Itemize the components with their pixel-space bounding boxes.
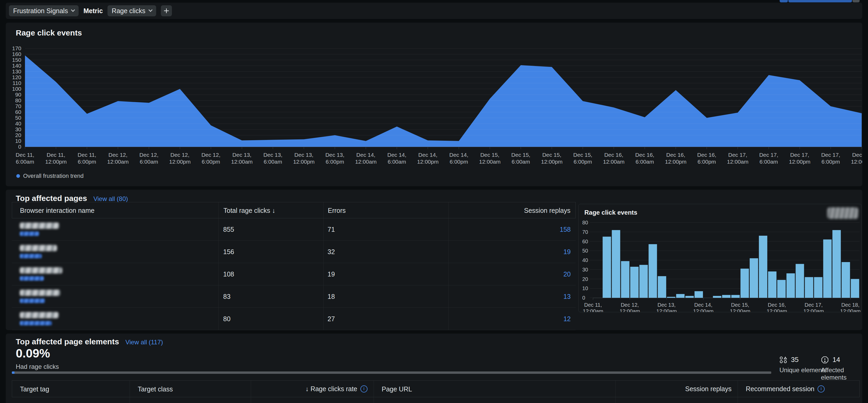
session-replays-link[interactable]: 158 [560,226,571,233]
chevron-down-icon [149,8,153,12]
area-series[interactable] [25,55,862,147]
table-row[interactable]: 85571158 [12,218,576,241]
bar[interactable] [796,264,804,298]
redacted-page-link[interactable] [20,321,52,325]
bar[interactable] [630,267,639,298]
x-axis-label: Dec 14,6:00am [387,152,406,165]
y-axis-label: 80 [15,97,21,104]
y-axis-label: 0 [582,295,585,301]
bar[interactable] [639,265,648,298]
table-row[interactable]: 1081920 [12,263,576,285]
bar[interactable] [750,258,758,298]
bar[interactable] [777,280,786,298]
session-replays-link[interactable]: 20 [563,270,571,278]
bar[interactable] [851,279,859,298]
bar[interactable] [676,294,684,298]
x-axis-label: Dec 16,6:00pm [697,152,716,165]
affected-elements-stat: 14 Affected elements [821,356,862,381]
bar[interactable] [768,271,777,298]
table-header-row: Browser interaction name Total rage clic… [12,202,576,218]
session-replays-link[interactable]: 13 [563,293,571,300]
x-axis-label: Dec 13,12:00am [656,302,677,312]
redacted-page-link[interactable] [20,231,39,236]
header-rage-clicks-rate[interactable]: ↓ Rage clicks rate i [249,381,368,397]
x-axis-label: Dec 11,6:00am [16,152,34,165]
y-axis-label: 60 [15,109,21,115]
header-rage-clicks-rate-label: ↓ Rage clicks rate [306,385,357,393]
header-total-rage-clicks[interactable]: Total rage clicks ↓ [223,207,275,214]
bar[interactable] [842,262,850,298]
chevron-down-icon [71,8,75,12]
bar[interactable] [814,277,823,298]
table-row[interactable] [12,397,860,403]
alert-octagon-icon [821,356,829,364]
cutoff-tab-blue-large [788,0,852,2]
x-axis-label: Dec 16,12:00pm [665,152,687,165]
y-axis-label: 120 [12,74,21,80]
bar[interactable] [833,230,841,298]
x-axis-label: Dec 15,6:00pm [573,152,592,165]
x-axis-label: Dec 14,6:00pm [449,152,468,165]
bar[interactable] [694,291,703,298]
section-title: Top affected page elements [16,337,119,346]
bar[interactable] [823,239,832,298]
header-session-replays[interactable]: Session replays [524,207,570,214]
bar[interactable] [713,296,721,298]
info-icon[interactable]: i [817,385,825,393]
redacted-page-link[interactable] [20,298,45,303]
bar-chart[interactable]: 01020304050607080Dec 11,12:00amDec 12,12… [579,204,862,312]
bar[interactable] [667,297,675,298]
view-all-pages-link[interactable]: View all (80) [93,195,128,203]
x-axis-label: Dec 18,12:00am [840,302,861,312]
x-axis-label: Dec 12,12:00am [107,152,129,165]
redacted-page-link[interactable] [20,254,42,258]
bar[interactable] [649,244,657,298]
area-chart[interactable]: 0102030405060708090100110120130140150160… [6,23,862,186]
y-axis-label: 150 [12,57,21,63]
y-axis-label: 20 [582,276,588,282]
session-replays-link[interactable]: 19 [563,248,571,256]
bar[interactable] [741,268,749,298]
bar[interactable] [805,277,813,298]
y-axis-label: 10 [582,285,588,291]
header-recommended-session[interactable]: Recommended session i [746,381,825,397]
view-all-elements-link[interactable]: View all (117) [125,339,163,346]
table-row[interactable]: 831813 [12,285,576,308]
add-metric-button[interactable] [161,5,172,16]
x-axis-label: Dec 12,12:00am [620,302,640,312]
bar[interactable] [621,261,629,298]
scope-dropdown[interactable]: Frustration Signals [9,5,79,16]
section-title: Top affected pages [16,194,87,203]
bar[interactable] [612,230,620,298]
redacted-page-link[interactable] [20,276,44,281]
x-axis-label: Dec 12,6:00am [139,152,158,165]
bar[interactable] [786,273,795,298]
info-icon[interactable]: i [361,385,368,393]
x-axis-label: Dec 15,12:00am [730,302,750,312]
table-row[interactable]: 1563219 [12,241,576,263]
x-axis-label: Dec 11,12:00am [583,302,603,312]
bar[interactable] [685,296,694,298]
table-row[interactable]: 802712 [12,308,576,330]
table-header-row: Target tag Target class ↓ Rage clicks ra… [12,380,860,397]
header-target-class[interactable]: Target class [138,385,173,393]
header-browser-interaction-name[interactable]: Browser interaction name [20,207,94,214]
bar[interactable] [658,276,666,298]
total-rage-clicks-value: 80 [223,315,230,323]
bar[interactable] [722,295,731,298]
bar[interactable] [603,237,611,298]
y-axis-label: 170 [12,45,21,51]
header-target-tag[interactable]: Target tag [20,385,49,393]
header-page-url[interactable]: Page URL [382,385,412,393]
legend[interactable]: Overall frustration trend [16,173,84,179]
metric-dropdown[interactable]: Rage clicks [107,5,156,16]
header-session-replays[interactable]: Session replays [617,381,732,397]
bar[interactable] [759,236,767,298]
session-replays-link[interactable]: 12 [563,315,571,323]
x-axis-label: Dec 14,12:00am [693,302,714,312]
y-axis-label: 30 [15,126,21,132]
y-axis-label: 70 [582,229,588,235]
total-rage-clicks-value: 108 [223,270,234,278]
header-errors[interactable]: Errors [328,207,346,214]
bar[interactable] [731,295,740,298]
